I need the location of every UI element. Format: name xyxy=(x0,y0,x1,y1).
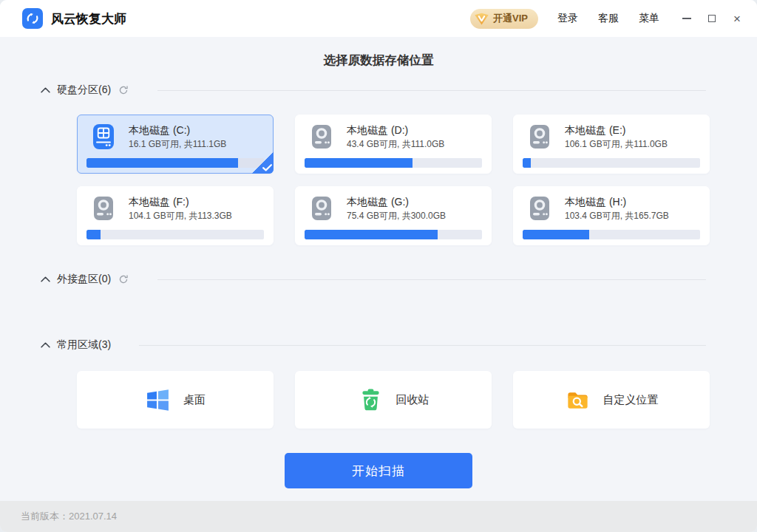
disk-usage-bar xyxy=(523,158,700,168)
title-bar: 风云恢复大师 开通VIP 登录 客服 菜单 × xyxy=(0,0,757,37)
main-content: 选择原数据存储位置 硬盘分区(6) 本地磁盘 (C:) 16.1 GB可用, 共… xyxy=(0,37,757,501)
disk-card-c[interactable]: 本地磁盘 (C:) 16.1 GB可用, 共111.1GB xyxy=(77,115,274,174)
vip-badge-icon xyxy=(474,12,489,26)
hard-drive-icon xyxy=(307,122,336,151)
disk-text: 本地磁盘 (C:) 16.1 GB可用, 共111.1GB xyxy=(129,123,226,151)
close-button[interactable]: × xyxy=(729,10,745,27)
common-card-label: 回收站 xyxy=(396,393,430,407)
disk-card-h[interactable]: 本地磁盘 (H:) 103.4 GB可用, 共165.7GB xyxy=(513,186,710,245)
section-divider xyxy=(157,279,706,280)
desktop-card[interactable]: 桌面 xyxy=(77,371,274,429)
refresh-icon xyxy=(118,274,129,284)
disk-info: 103.4 GB可用, 共165.7GB xyxy=(565,210,669,222)
page-title: 选择原数据存储位置 xyxy=(0,37,757,71)
refresh-external-button[interactable] xyxy=(118,274,129,285)
disk-info: 106.1 GB可用, 共111.0GB xyxy=(565,138,668,151)
disk-info: 104.1 GB可用, 共113.3GB xyxy=(129,210,232,222)
topbar-nav: 登录 客服 菜单 xyxy=(557,12,659,25)
vip-button-label: 开通VIP xyxy=(493,12,528,25)
recycle-bin-icon xyxy=(358,387,384,413)
maximize-button[interactable] xyxy=(704,10,720,27)
section-header-external[interactable]: 外接盘区(0) xyxy=(41,270,706,288)
disk-name: 本地磁盘 (H:) xyxy=(565,195,669,209)
app-logo-icon xyxy=(22,8,43,29)
custom-location-card[interactable]: 自定义位置 xyxy=(513,371,710,429)
disk-usage-bar xyxy=(305,158,482,168)
external-section-label: 外接盘区(0) xyxy=(57,273,111,286)
disk-usage-bar xyxy=(523,230,700,239)
hard-drive-icon xyxy=(89,122,118,151)
disk-usage-fill xyxy=(523,158,531,168)
hard-drive-icon xyxy=(525,194,554,223)
status-bar: 当前版本：2021.07.14 xyxy=(0,501,757,532)
section-divider xyxy=(157,90,706,91)
disk-card-f[interactable]: 本地磁盘 (F:) 104.1 GB可用, 共113.3GB xyxy=(77,186,274,245)
folder-search-icon xyxy=(565,387,591,413)
disk-usage-fill xyxy=(86,158,238,168)
section-divider xyxy=(139,345,706,346)
minimize-icon xyxy=(682,18,691,19)
disk-card-e[interactable]: 本地磁盘 (E:) 106.1 GB可用, 共111.0GB xyxy=(513,115,710,174)
open-vip-button[interactable]: 开通VIP xyxy=(470,9,538,29)
disk-text: 本地磁盘 (F:) 104.1 GB可用, 共113.3GB xyxy=(129,195,232,222)
recycle-bin-card[interactable]: 回收站 xyxy=(295,371,492,429)
support-link[interactable]: 客服 xyxy=(598,12,619,25)
disk-name: 本地磁盘 (E:) xyxy=(565,123,668,137)
disk-info: 43.4 GB可用, 共111.0GB xyxy=(347,138,444,151)
app-brand: 风云恢复大师 xyxy=(22,8,126,29)
check-icon xyxy=(262,164,272,171)
refresh-icon xyxy=(118,85,129,95)
disk-name: 本地磁盘 (F:) xyxy=(129,195,232,209)
disk-text: 本地磁盘 (D:) 43.4 GB可用, 共111.0GB xyxy=(347,123,444,151)
disk-name: 本地磁盘 (G:) xyxy=(347,195,446,209)
disk-info: 75.4 GB可用, 共300.0GB xyxy=(347,210,446,222)
app-window: 风云恢复大师 开通VIP 登录 客服 菜单 × 选择原数据存储位置 硬盘分区(6… xyxy=(0,0,757,532)
disk-grid: 本地磁盘 (C:) 16.1 GB可用, 共111.1GB 本地磁盘 (D:) xyxy=(77,115,710,245)
chevron-up-icon[interactable] xyxy=(41,87,50,93)
disk-name: 本地磁盘 (D:) xyxy=(347,123,444,137)
selected-check-corner xyxy=(252,152,274,174)
disk-usage-bar xyxy=(86,158,264,168)
common-card-label: 桌面 xyxy=(183,393,206,407)
common-area-grid: 桌面 回收站 自定义位置 xyxy=(77,371,710,429)
windows-logo-icon xyxy=(145,387,171,413)
disk-usage-bar xyxy=(305,230,482,239)
hard-drive-icon xyxy=(307,194,336,223)
disk-usage-fill xyxy=(523,230,589,239)
hard-drive-icon xyxy=(525,122,554,151)
partitions-section-label: 硬盘分区(6) xyxy=(57,83,111,97)
disk-usage-fill xyxy=(86,230,101,239)
disk-text: 本地磁盘 (E:) 106.1 GB可用, 共111.0GB xyxy=(565,123,668,151)
close-icon: × xyxy=(733,13,741,25)
section-header-partitions[interactable]: 硬盘分区(6) xyxy=(41,81,706,99)
start-scan-button[interactable]: 开始扫描 xyxy=(285,453,472,488)
hard-drive-icon xyxy=(89,194,118,223)
app-title: 风云恢复大师 xyxy=(51,10,126,27)
chevron-up-icon[interactable] xyxy=(41,276,50,282)
disk-text: 本地磁盘 (G:) 75.4 GB可用, 共300.0GB xyxy=(347,195,446,222)
disk-usage-bar xyxy=(86,230,264,239)
version-label: 当前版本：2021.07.14 xyxy=(21,510,117,523)
section-header-common[interactable]: 常用区域(3) xyxy=(41,336,706,354)
minimize-button[interactable] xyxy=(679,10,695,27)
disk-info: 16.1 GB可用, 共111.1GB xyxy=(129,138,226,151)
common-section-label: 常用区域(3) xyxy=(57,338,111,352)
disk-card-g[interactable]: 本地磁盘 (G:) 75.4 GB可用, 共300.0GB xyxy=(295,186,492,245)
chevron-up-icon[interactable] xyxy=(41,342,50,348)
disk-usage-fill xyxy=(305,158,413,168)
login-link[interactable]: 登录 xyxy=(557,12,578,25)
common-card-label: 自定义位置 xyxy=(603,393,659,407)
disk-name: 本地磁盘 (C:) xyxy=(129,123,226,137)
maximize-icon xyxy=(708,15,716,22)
disk-card-d[interactable]: 本地磁盘 (D:) 43.4 GB可用, 共111.0GB xyxy=(295,115,492,174)
menu-link[interactable]: 菜单 xyxy=(639,12,659,25)
window-controls: × xyxy=(679,10,745,27)
refresh-partitions-button[interactable] xyxy=(118,85,129,96)
disk-usage-fill xyxy=(305,230,438,239)
disk-text: 本地磁盘 (H:) 103.4 GB可用, 共165.7GB xyxy=(565,195,669,222)
